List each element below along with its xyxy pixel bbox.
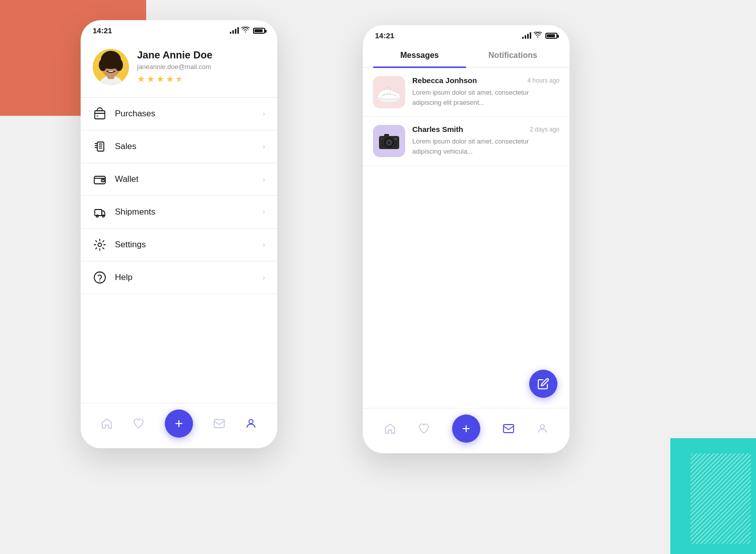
svg-point-23 xyxy=(96,215,98,217)
nav-heart-left[interactable] xyxy=(133,418,145,430)
menu-label-sales: Sales xyxy=(115,142,263,152)
menu-item-purchases[interactable]: ≡ Purchases › xyxy=(81,98,277,130)
help-icon xyxy=(93,270,107,285)
menu-item-wallet[interactable]: Wallet › xyxy=(81,163,277,195)
svg-point-27 xyxy=(99,281,100,282)
message-avatar-charles xyxy=(373,125,405,157)
chevron-shipments: › xyxy=(263,207,265,217)
wifi-icon xyxy=(241,27,249,34)
svg-point-6 xyxy=(115,59,123,71)
sales-icon xyxy=(93,140,107,154)
settings-icon xyxy=(93,238,107,252)
nav-mail-right[interactable] xyxy=(502,423,515,435)
svg-point-7 xyxy=(106,66,109,69)
status-icons-left xyxy=(230,27,265,34)
svg-point-8 xyxy=(113,66,116,69)
menu-label-settings: Settings xyxy=(115,240,263,250)
star-1: ★ xyxy=(137,74,145,85)
menu-label-help: Help xyxy=(115,272,263,283)
menu-item-settings[interactable]: Settings › xyxy=(81,229,277,261)
svg-rect-12 xyxy=(97,142,104,151)
status-icons-right xyxy=(522,32,557,39)
svg-rect-40 xyxy=(394,138,397,140)
message-avatar-rebecca xyxy=(373,76,405,108)
tabs-container: Messages Notifications xyxy=(363,44,570,68)
message-item-charles[interactable]: Charles Smith 2 days ago Lorem ipsum dol… xyxy=(363,117,570,166)
avatar xyxy=(93,49,129,85)
svg-point-38 xyxy=(390,141,391,142)
message-preview-rebecca: Lorem ipsum dolor sit amet, consectetur … xyxy=(412,88,559,107)
profile-email: janeannie.doe@mail.com xyxy=(137,63,212,71)
svg-rect-28 xyxy=(214,420,224,428)
svg-point-5 xyxy=(99,59,107,71)
menu-item-help[interactable]: Help › xyxy=(81,261,277,294)
fab-compose-button[interactable] xyxy=(529,370,557,398)
bottom-nav-right: + xyxy=(363,408,570,453)
menu-label-wallet: Wallet xyxy=(115,174,263,184)
bottom-nav-left: + xyxy=(81,403,277,448)
nav-home-right[interactable] xyxy=(384,423,396,435)
message-sender-rebecca: Rebecca Jonhson xyxy=(412,76,477,85)
status-bar-right: 14:21 xyxy=(363,25,570,44)
menu-item-shipments[interactable]: Shipments › xyxy=(81,196,277,228)
message-content-charles: Charles Smith 2 days ago Lorem ipsum dol… xyxy=(412,125,559,156)
status-time-right: 14:21 xyxy=(375,31,394,40)
chevron-sales: › xyxy=(263,142,265,151)
profile-info: Jane Annie Doe janeannie.doe@mail.com ★ … xyxy=(137,49,212,85)
message-item-rebecca[interactable]: Rebecca Jonhson 4 hours ago Lorem ipsum … xyxy=(363,68,570,117)
menu-item-sales[interactable]: Sales › xyxy=(81,130,277,163)
wifi-icon-right xyxy=(534,32,542,39)
nav-home-left[interactable] xyxy=(101,418,113,430)
chevron-purchases: › xyxy=(263,109,265,118)
svg-point-43 xyxy=(540,425,544,429)
profile-stars: ★ ★ ★ ★ ★★ xyxy=(137,74,212,85)
nav-profile-right[interactable] xyxy=(536,423,548,435)
nav-add-left[interactable]: + xyxy=(165,409,193,438)
star-4: ★ xyxy=(166,74,174,85)
profile-section: Jane Annie Doe janeannie.doe@mail.com ★ … xyxy=(81,39,277,97)
tab-notifications[interactable]: Notifications xyxy=(466,44,559,67)
message-header-charles: Charles Smith 2 days ago xyxy=(412,125,559,133)
chevron-help: › xyxy=(263,273,265,282)
star-2: ★ xyxy=(147,74,155,85)
battery-icon-right xyxy=(545,33,557,39)
star-half: ★★ xyxy=(175,74,183,85)
shipments-icon xyxy=(93,205,107,219)
signal-icon xyxy=(230,28,239,34)
message-time-charles: 2 days ago xyxy=(530,126,559,133)
chevron-settings: › xyxy=(263,240,265,249)
svg-point-41 xyxy=(381,137,383,140)
nav-heart-right[interactable] xyxy=(418,423,430,435)
phone-left: 14:21 xyxy=(81,20,277,448)
bg-teal-lines-decoration xyxy=(690,453,751,544)
nav-add-right[interactable]: + xyxy=(452,414,480,443)
cart-icon: ≡ xyxy=(93,107,107,121)
svg-rect-19 xyxy=(94,176,105,184)
messages-list: Rebecca Jonhson 4 hours ago Lorem ipsum … xyxy=(363,68,570,166)
status-time-left: 14:21 xyxy=(93,26,112,35)
tab-messages[interactable]: Messages xyxy=(373,44,466,67)
wallet-icon xyxy=(93,172,107,186)
tab-indicator xyxy=(373,66,466,68)
chevron-wallet: › xyxy=(263,175,265,184)
signal-icon-right xyxy=(522,33,531,39)
star-3: ★ xyxy=(156,74,164,85)
message-sender-charles: Charles Smith xyxy=(412,125,463,133)
menu-list: ≡ Purchases › Sales › xyxy=(81,98,277,294)
svg-text:≡: ≡ xyxy=(96,114,98,118)
svg-rect-39 xyxy=(384,134,389,137)
message-content-rebecca: Rebecca Jonhson 4 hours ago Lorem ipsum … xyxy=(412,76,559,107)
phone-right: 14:21 Messages Notifications xyxy=(363,25,570,453)
nav-mail-left[interactable] xyxy=(213,418,225,430)
svg-rect-42 xyxy=(503,425,514,433)
message-time-rebecca: 4 hours ago xyxy=(528,77,559,84)
svg-rect-22 xyxy=(95,210,102,216)
nav-profile-left[interactable] xyxy=(245,418,257,430)
message-header-rebecca: Rebecca Jonhson 4 hours ago xyxy=(412,76,559,85)
message-preview-charles: Lorem ipsum dolor sit amet, consectetur … xyxy=(412,136,559,156)
status-bar-left: 14:21 xyxy=(81,20,277,39)
svg-point-25 xyxy=(98,243,102,247)
svg-point-24 xyxy=(102,215,104,217)
battery-icon xyxy=(253,28,265,34)
menu-label-purchases: Purchases xyxy=(115,109,263,119)
